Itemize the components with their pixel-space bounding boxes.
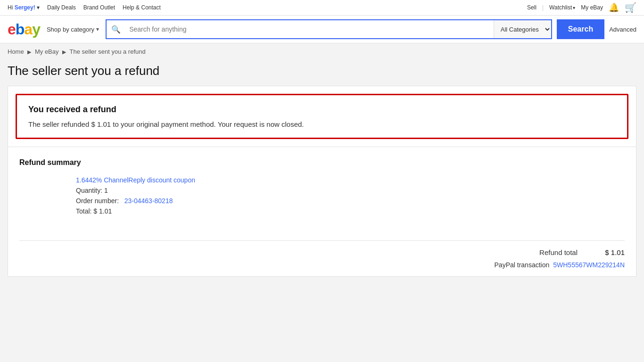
username: Sergey!: [15, 4, 35, 11]
help-contact-link[interactable]: Help & Contact: [123, 4, 161, 11]
refund-order-row: Order number: 23-04463-80218: [19, 197, 625, 205]
top-navigation: Hi Sergey! ▾ Daily Deals Brand Outlet He…: [0, 0, 644, 16]
breadcrumb-current: The seller sent you a refund: [70, 48, 146, 55]
refund-total-row-item: Total: $ 1.01: [19, 207, 625, 215]
breadcrumb-my-ebay[interactable]: My eBay: [35, 48, 59, 55]
refund-total-row: Refund total $ 1.01: [19, 248, 625, 256]
refund-notice-box: You received a refund The seller refunde…: [16, 94, 628, 139]
greeting-text: Hi Sergey! ▾: [8, 4, 40, 11]
refund-order-label: Order number:: [76, 197, 119, 205]
cart-icon[interactable]: 🛒: [625, 2, 636, 13]
refund-quantity-row: Quantity: 1: [19, 187, 625, 194]
category-select[interactable]: All Categories: [494, 20, 551, 38]
refund-total-section: Refund total $ 1.01 PayPal transaction 5…: [19, 240, 625, 276]
refund-item-link-row: 1.6442% ChannelReply discount coupon: [19, 176, 625, 184]
breadcrumb-arrow-2: ▶: [62, 49, 66, 55]
ebay-logo[interactable]: ebay: [8, 21, 40, 38]
advanced-link[interactable]: Advanced: [609, 26, 636, 33]
refund-total-amount: $ 1.01: [596, 248, 625, 256]
refund-summary-title: Refund summary: [19, 158, 625, 167]
section-divider: [8, 147, 636, 147]
top-nav-left: Hi Sergey! ▾ Daily Deals Brand Outlet He…: [8, 4, 161, 11]
refund-summary-section: Refund summary 1.6442% ChannelReply disc…: [8, 151, 636, 229]
sell-link[interactable]: Sell: [527, 4, 537, 11]
header: ebay Shop by category ▾ 🔍 All Categories…: [0, 16, 644, 43]
top-nav-right: Sell | Watchlist ▾ My eBay 🔔 🛒: [527, 2, 636, 13]
paypal-transaction-row: PayPal transaction 5WH55567WM229214N: [19, 261, 625, 269]
paypal-label: PayPal transaction: [495, 261, 550, 269]
my-ebay-link[interactable]: My eBay: [581, 4, 603, 11]
order-number-link[interactable]: 23-04463-80218: [124, 197, 173, 205]
refund-notice-title: You received a refund: [28, 105, 616, 115]
refund-item-link[interactable]: 1.6442% ChannelReply discount coupon: [76, 176, 195, 184]
refund-total-item: Total: $ 1.01: [76, 207, 112, 215]
paypal-transaction-link[interactable]: 5WH55567WM229214N: [553, 261, 625, 269]
main-content-card: You received a refund The seller refunde…: [8, 86, 636, 277]
breadcrumb-home[interactable]: Home: [8, 48, 24, 55]
search-icon: 🔍: [107, 20, 125, 38]
shop-by-category-button[interactable]: Shop by category ▾: [45, 26, 101, 33]
refund-total-label: Refund total: [539, 248, 578, 256]
search-bar: 🔍 All Categories: [106, 19, 552, 39]
breadcrumb: Home ▶ My eBay ▶ The seller sent you a r…: [0, 43, 644, 60]
page-title: The seller sent you a refund: [0, 60, 644, 86]
shop-category-label: Shop by category: [47, 26, 94, 33]
refund-notice-message: The seller refunded $ 1.01 to your origi…: [28, 120, 616, 128]
search-input[interactable]: [125, 20, 494, 38]
brand-outlet-link[interactable]: Brand Outlet: [83, 4, 115, 11]
watchlist-chevron-icon: ▾: [573, 5, 575, 10]
daily-deals-link[interactable]: Daily Deals: [47, 4, 76, 11]
shop-category-chevron-icon: ▾: [96, 26, 99, 33]
search-button[interactable]: Search: [557, 19, 604, 39]
notification-icon[interactable]: 🔔: [609, 2, 619, 13]
divider: |: [542, 4, 544, 11]
breadcrumb-arrow-1: ▶: [27, 49, 31, 55]
refund-quantity: Quantity: 1: [76, 187, 108, 194]
watchlist-link[interactable]: Watchlist ▾: [549, 4, 575, 11]
